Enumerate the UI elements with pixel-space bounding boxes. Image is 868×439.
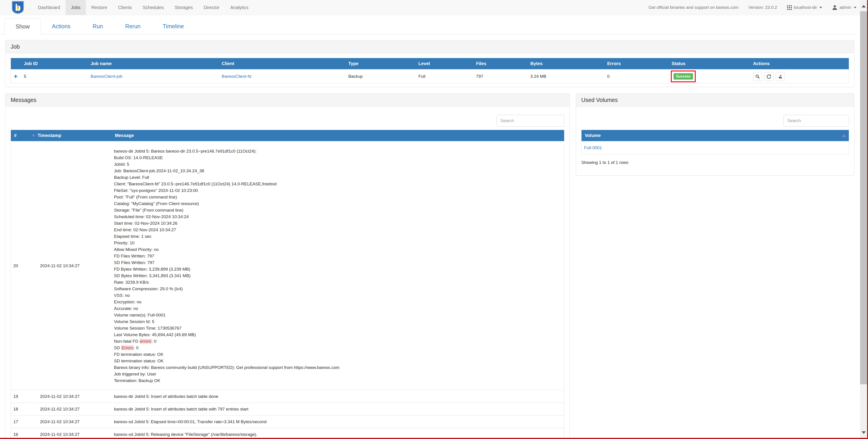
message-timestamp: 2024-11-02 10:34:27	[34, 390, 112, 403]
tab-show[interactable]: Show	[4, 18, 41, 35]
message-num: 17	[11, 415, 35, 428]
top-navbar: b DashboardJobsRestoreClientsSchedulesSt…	[0, 0, 860, 15]
version-label: Version: 23.0.2	[748, 5, 777, 10]
nav-item-storages[interactable]: Storages	[169, 0, 198, 15]
message-log-text: bareos-dir JobId 5: Bareos bareos-dir 23…	[112, 141, 564, 390]
status-badge: Success	[674, 73, 693, 80]
job-rerun-button[interactable]	[765, 72, 774, 81]
nav-items: DashboardJobsRestoreClientsSchedulesStor…	[33, 0, 254, 15]
expand-column-header	[11, 58, 21, 70]
scrollbar-thumb[interactable]	[860, 11, 867, 384]
tab-rerun[interactable]: Rerun	[114, 18, 152, 34]
nav-item-schedules[interactable]: Schedules	[137, 0, 169, 15]
volume-row: Full-0001	[582, 141, 849, 154]
job-errors-cell: 0	[604, 69, 669, 84]
job-id-cell: 5	[21, 69, 88, 84]
job-name-link[interactable]: BareosClient-job	[91, 74, 122, 79]
job-col-type[interactable]: Type	[345, 58, 415, 70]
job-level-cell: Full	[415, 69, 473, 84]
job-col-status[interactable]: Status	[669, 58, 750, 70]
nav-item-clients[interactable]: Clients	[113, 0, 137, 15]
error-highlight: Errors	[121, 345, 134, 350]
message-text: bareos-dir JobId 5: Insert of attributes…	[112, 403, 564, 415]
job-type-cell: Backup	[345, 69, 415, 84]
error-highlight: errors	[140, 339, 152, 344]
tab-timeline[interactable]: Timeline	[152, 18, 195, 34]
job-col-files[interactable]: Files	[473, 58, 527, 70]
bareos-logo[interactable]: b	[11, 1, 25, 14]
used-volumes-panel: Used Volumes Volume Full-0001 Showing 1 …	[576, 93, 855, 176]
director-dropdown[interactable]: localhost-dir	[787, 5, 822, 10]
job-export-button[interactable]	[776, 72, 785, 81]
volumes-search-input[interactable]	[783, 115, 849, 127]
messages-table: # Timestamp Message 202024-11-02 10:34:2…	[11, 130, 564, 439]
message-row: 202024-11-02 10:34:27bareos-dir JobId 5:…	[11, 141, 564, 390]
volumes-row-count: Showing 1 to 1 of 1 rows	[581, 160, 849, 165]
screenshot-edge-bottom	[0, 438, 868, 439]
volumes-table-body: Full-0001	[582, 141, 849, 154]
job-details-button[interactable]	[753, 72, 762, 81]
messages-col-num[interactable]: #	[11, 130, 35, 142]
nav-item-jobs[interactable]: Jobs	[66, 0, 86, 15]
job-bytes-cell: 3.24 MB	[527, 69, 604, 84]
message-text: bareos-dir JobId 5: Insert of attributes…	[112, 390, 564, 403]
message-text: bareos-sd JobId 5: Elapsed time=00:00:01…	[112, 415, 564, 428]
job-col-job-id[interactable]: Job ID	[21, 58, 88, 70]
magnifier-icon	[755, 74, 760, 79]
message-num: 20	[11, 141, 35, 390]
support-link[interactable]: Get official binaries and support on bar…	[648, 5, 739, 10]
message-num: 18	[11, 403, 35, 415]
grid-icon	[787, 5, 792, 10]
vertical-scrollbar[interactable]	[860, 0, 867, 439]
screenshot-edge-right	[867, 0, 868, 439]
director-name: localhost-dir	[794, 5, 817, 10]
job-panel: Job Job IDJob nameClientTypeLevelFilesBy…	[5, 40, 855, 87]
scroll-up-icon[interactable]	[862, 5, 866, 7]
job-col-level[interactable]: Level	[415, 58, 473, 70]
message-num: 16	[11, 428, 35, 439]
job-files-cell: 797	[473, 69, 527, 84]
bareos-shield-icon: b	[11, 1, 25, 14]
job-col-client[interactable]: Client	[219, 58, 345, 70]
user-icon	[832, 5, 837, 10]
user-dropdown[interactable]: admin	[832, 5, 857, 10]
message-num: 19	[11, 390, 35, 403]
sort-asc-icon	[842, 134, 846, 137]
message-timestamp: 2024-11-02 10:34:27	[34, 403, 112, 415]
messages-col-message[interactable]: Message	[112, 130, 564, 142]
message-timestamp: 2024-11-02 10:34:27	[34, 415, 112, 428]
expand-row-icon[interactable]: +	[14, 73, 18, 80]
messages-panel-title: Messages	[5, 94, 569, 106]
nav-item-restore[interactable]: Restore	[86, 0, 113, 15]
chevron-down-icon	[819, 7, 822, 8]
scroll-down-icon[interactable]	[862, 431, 866, 434]
messages-panel: Messages # Timestamp Message 202024-11-0…	[5, 93, 570, 439]
username: admin	[839, 5, 851, 10]
tab-run[interactable]: Run	[82, 18, 114, 34]
chevron-down-icon	[854, 7, 857, 8]
volume-link[interactable]: Full-0001	[584, 145, 602, 150]
nav-item-director[interactable]: Director	[198, 0, 225, 15]
message-text: bareos-sd JobId 5: Releasing device "Fil…	[112, 428, 564, 439]
tab-actions[interactable]: Actions	[41, 18, 82, 34]
job-table-row: + 5 BareosClient-job BareosClient-fd Bac…	[11, 69, 849, 84]
nav-item-dashboard[interactable]: Dashboard	[33, 0, 66, 15]
nav-item-analytics[interactable]: Analytics	[225, 0, 254, 15]
refresh-icon	[767, 74, 771, 79]
volumes-col-volume[interactable]: Volume	[582, 130, 849, 142]
svg-text:b: b	[15, 2, 21, 13]
job-col-job-name[interactable]: Job name	[88, 58, 219, 70]
export-to-storage-icon	[778, 74, 783, 79]
job-col-errors[interactable]: Errors	[604, 58, 669, 70]
volumes-table: Volume Full-0001	[581, 130, 849, 154]
status-highlight-annotation: Success	[674, 73, 693, 80]
job-col-bytes[interactable]: Bytes	[527, 58, 604, 70]
job-table-header: Job IDJob nameClientTypeLevelFilesBytesE…	[11, 58, 849, 70]
messages-search-input[interactable]	[497, 115, 564, 127]
client-link[interactable]: BareosClient-fd	[222, 74, 251, 79]
message-row: 162024-11-02 10:34:27bareos-sd JobId 5: …	[11, 428, 564, 439]
message-timestamp: 2024-11-02 10:34:27	[34, 428, 112, 439]
job-tabs: ShowActionsRunRerunTimeline	[0, 18, 856, 34]
job-col-actions[interactable]: Actions	[750, 58, 849, 70]
messages-col-timestamp[interactable]: Timestamp	[34, 130, 112, 142]
